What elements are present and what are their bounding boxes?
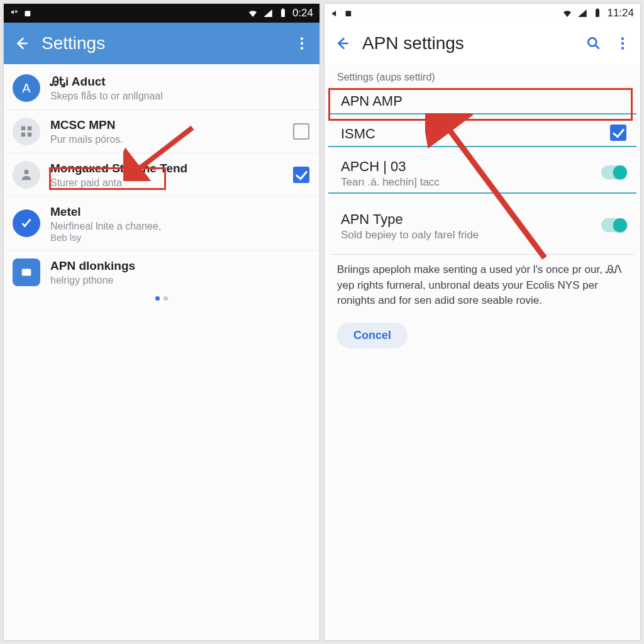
toggle-on[interactable] [601, 218, 626, 232]
svg-point-5 [301, 47, 303, 49]
page-indicator [4, 296, 319, 301]
svg-rect-13 [596, 9, 599, 17]
svg-rect-11 [22, 269, 31, 275]
app-bar: Settings [4, 23, 319, 64]
svg-rect-14 [597, 9, 599, 10]
svg-point-4 [301, 42, 303, 45]
svg-rect-7 [28, 126, 31, 130]
status-bar: 0:24 [4, 4, 319, 23]
mute-icon [331, 9, 340, 18]
back-button[interactable] [13, 35, 30, 52]
clock: 11:24 [607, 7, 634, 19]
svg-point-18 [621, 47, 624, 49]
checkbox-checked[interactable] [610, 125, 626, 141]
signal-icon [577, 8, 588, 19]
dot-active [155, 296, 160, 301]
settings-list: A ᎯᎿi Aduct Skeps flås to or anllgnaal M… [4, 64, 319, 640]
page-title: Settings [42, 33, 282, 53]
search-button[interactable] [585, 35, 602, 52]
field-apn-amp[interactable]: APN AMP [328, 87, 636, 114]
svg-point-15 [588, 38, 596, 46]
svg-rect-6 [21, 126, 25, 130]
svg-rect-9 [28, 133, 31, 136]
avatar-letter: A [13, 74, 40, 102]
cancel-button[interactable]: Concel [337, 323, 408, 348]
field-apch[interactable]: APCH | 03 Tearı .á. hechin] tacc [328, 152, 636, 194]
clock: 0:24 [292, 7, 313, 19]
card-icon [23, 9, 33, 18]
mute-icon [10, 9, 19, 18]
svg-point-16 [621, 37, 624, 40]
item-subtitle: Skeps flås to or anllgnaal [50, 91, 309, 102]
item-subtitle: Sturer paid anta [50, 177, 293, 189]
field-value: Tearı .á. hechin] tacc [341, 176, 624, 189]
svg-point-17 [621, 42, 624, 45]
svg-point-10 [24, 170, 28, 174]
settings-item-metel[interactable]: Metel Neirfineal lnite a chanee, Beb lsy [4, 197, 319, 251]
field-label: APN AMP [341, 93, 624, 109]
settings-item-mcsc[interactable]: MCSC MPN Pur mails póros. [4, 110, 319, 153]
field-label: ISMC [341, 126, 624, 142]
svg-rect-12 [346, 11, 352, 16]
signal-icon [262, 8, 274, 19]
item-subtitle: helrigy pthone [50, 275, 309, 286]
item-title: ᎯᎿi Aduct [50, 74, 309, 89]
item-title: APN dlonkings [50, 258, 309, 274]
item-title: Mongaкed Storline Tend [50, 161, 293, 176]
wifi-icon [562, 8, 573, 19]
item-subtitle: Pur mails póros. [50, 134, 293, 145]
settings-item-aduct[interactable]: A ᎯᎿi Aduct Skeps flås to or anllgnaal [4, 67, 319, 110]
settings-item-apn[interactable]: APN dlonkings helrigy pthone [4, 251, 319, 294]
overflow-menu[interactable] [614, 35, 631, 52]
description-text: Briings apeploh make senting a used yòr … [325, 255, 640, 309]
checkbox-checked[interactable] [293, 167, 309, 183]
person-icon [13, 161, 40, 189]
card-icon [344, 9, 353, 18]
card-icon [13, 258, 40, 286]
item-title: Metel [50, 204, 309, 219]
wifi-icon [247, 8, 258, 19]
checkbox[interactable] [293, 123, 309, 140]
svg-rect-0 [25, 11, 31, 16]
svg-rect-1 [281, 9, 285, 17]
phone-right: 11:24 APN settings Settings (aups settir… [325, 4, 640, 640]
battery-icon [277, 8, 289, 19]
field-ismc[interactable]: ISMC [328, 119, 636, 147]
field-label: APN Type [341, 211, 624, 228]
dot [164, 296, 168, 301]
svg-rect-2 [282, 9, 284, 10]
back-button[interactable] [333, 35, 351, 52]
check-icon [13, 209, 40, 237]
battery-icon [592, 8, 603, 19]
field-apn-type[interactable]: APN Type Sold bepiey to oaly farel fride [328, 205, 636, 245]
grid-icon [13, 118, 40, 145]
item-title: MCSC MPN [50, 118, 293, 133]
status-bar: 11:24 [325, 4, 640, 23]
svg-point-3 [301, 37, 303, 40]
item-subtitle2: Beb lsy [50, 232, 309, 243]
phone-left: 0:24 Settings A ᎯᎿi Aduct Skeps flås to … [4, 4, 319, 640]
app-bar: APN settings [325, 23, 640, 64]
breadcrumb: Settings (aups settird) [325, 67, 640, 87]
svg-rect-8 [21, 133, 25, 136]
overflow-menu[interactable] [293, 35, 311, 52]
page-title: APN settings [362, 33, 574, 53]
item-subtitle: Neirfineal lnite a chanee, [50, 221, 309, 232]
field-value: Sold bepiey to oaly farel fride [341, 229, 624, 242]
field-label: APCH | 03 [341, 158, 624, 175]
settings-item-mongaked[interactable]: Mongaкed Storline Tend Sturer paid anta [4, 153, 319, 197]
apn-form: Settings (aups settird) APN AMP ISMC APC… [325, 64, 640, 640]
toggle-on[interactable] [601, 165, 626, 179]
